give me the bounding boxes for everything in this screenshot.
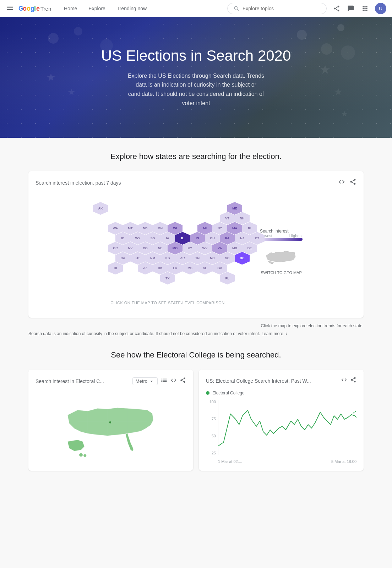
svg-text:★: ★ [320,62,331,76]
nav-home[interactable]: Home [60,6,81,11]
usa-choropleth-map[interactable] [61,395,160,459]
hex-state-il[interactable]: IL [175,232,190,245]
hex-state-nv[interactable]: NV [123,242,138,255]
hex-state-ky[interactable]: KY [183,242,197,255]
list-icon[interactable] [160,377,168,386]
hex-state-dc[interactable]: DC [235,252,250,264]
hex-state-ok[interactable]: OK [153,262,168,274]
hex-state-wv[interactable]: WV [197,242,212,255]
hex-state-nc[interactable]: NC [205,252,220,264]
search-input[interactable] [243,6,314,11]
hex-state-mo[interactable]: MO [168,242,183,255]
hex-state-or[interactable]: OR [108,242,123,255]
hex-state-va[interactable]: VA [212,242,227,255]
switch-geo-label[interactable]: SWITCH TO GEO MAP [261,271,302,275]
embed-map-icon[interactable] [170,377,177,385]
hexmap-card-header: Search interest in election, past 7 days [36,178,356,187]
hex-state-de[interactable]: DE [242,242,257,255]
hex-state-az[interactable]: AZ [138,262,153,274]
line-chart: 100 75 50 25 [206,400,356,464]
share-map-icon[interactable] [349,178,356,187]
hex-state-ca[interactable]: CA [115,252,130,264]
svg-text:l: l [34,5,36,12]
hex-state-ri[interactable]: RI [242,222,257,235]
electoral-map-preview[interactable] [36,391,186,462]
search-icon [233,5,240,12]
user-avatar[interactable]: U [375,3,386,14]
hex-state-ga[interactable]: GA [212,262,227,274]
share-icon[interactable] [332,4,341,13]
svg-text:★: ★ [46,71,56,83]
hex-state-vt[interactable]: VT [220,212,235,225]
hex-state-tx[interactable]: TX [160,272,175,285]
legend-labels: Lowest Highest [260,234,303,238]
svg-point-24 [83,454,86,457]
hex-state-mn[interactable]: MN [153,222,168,235]
legend-title: Search interest [260,229,303,234]
nav-explore[interactable]: Explore [84,6,109,11]
hex-state-me[interactable]: ME [227,202,242,215]
hex-state-la[interactable]: LA [168,262,183,274]
hex-state-wa[interactable]: WA [108,222,123,235]
feedback-icon[interactable] [347,4,355,13]
main-content: Explore how states are searching for the… [0,138,392,491]
hex-map[interactable]: AKMEVTNHWAMTNDMNWIMINYMARIIDWYSDIAILINOH… [89,198,246,298]
hex-state-in[interactable]: IN [190,232,205,245]
nav-trending[interactable]: Trending now [113,6,151,11]
hex-state-nh[interactable]: NH [235,212,250,225]
hex-state-co[interactable]: CO [138,242,153,255]
hex-state-mt[interactable]: MT [123,222,138,235]
embed-icon[interactable] [338,178,345,187]
hex-state-nm[interactable]: NM [145,252,160,264]
hex-state-ak[interactable]: AK [93,202,108,215]
svg-point-8 [74,27,82,36]
electoral-map-header: Search interest in Electoral C... Metro [36,377,186,386]
google-trends-logo[interactable]: G o o g l e Trends [18,4,51,13]
share-line-icon[interactable] [350,377,356,385]
hex-state-al[interactable]: AL [197,262,212,274]
hexmap-card-title: Search interest in election, past 7 days [36,180,121,186]
hex-state-wy[interactable]: WY [130,232,145,245]
hex-state-sd[interactable]: SD [145,232,160,245]
hex-state-ms[interactable]: MS [183,262,197,274]
svg-text:★: ★ [67,87,75,97]
hex-state-nj[interactable]: NJ [235,232,250,245]
geo-map-switch[interactable]: SWITCH TO GEO MAP [261,246,302,275]
hex-state-ks[interactable]: KS [160,252,175,264]
learn-more-link[interactable]: Learn more [261,331,289,336]
hex-state-ne[interactable]: NE [153,242,168,255]
chart-legend-dot [206,391,209,395]
hex-state-wi[interactable]: WI [168,222,183,235]
disclaimer-text: Search data is an indication of curiosit… [28,331,260,336]
hex-state-ma[interactable]: MA [227,222,242,235]
svg-point-7 [48,33,59,44]
hex-state-id[interactable]: ID [115,232,130,245]
electoral-chart-header: US: Electoral College Search Interest, P… [206,377,356,385]
hex-state-nd[interactable]: ND [138,222,153,235]
hex-state-ut[interactable]: UT [130,252,145,264]
hexmap-card-actions [338,178,356,187]
metro-select[interactable]: Metro [132,377,158,385]
hex-state-ar[interactable]: AR [175,252,190,264]
hex-state-pa[interactable]: PA [220,232,235,245]
hex-state-ny[interactable]: NY [212,222,227,235]
svg-text:★: ★ [341,109,348,118]
hexmap-card: Search interest in election, past 7 days… [28,171,364,318]
hex-state-mi[interactable]: MI [197,222,212,235]
hex-state-oh[interactable]: OH [205,232,220,245]
hex-state-md[interactable]: MD [227,242,242,255]
hex-state-hi[interactable]: HI [108,262,123,274]
search-bar[interactable] [227,3,327,14]
hex-state-ia[interactable]: IA [160,232,175,245]
embed-chart-icon[interactable] [341,377,347,385]
menu-icon[interactable] [6,4,14,13]
apps-icon[interactable] [361,4,369,13]
share-chart-icon[interactable] [180,377,186,385]
hero-section: ★ ★ ★ ★ ★ US Elections in Search 2020 Ex… [0,17,392,138]
hero-title: US Elections in Search 2020 [101,47,291,64]
svg-text:o: o [27,5,31,12]
hex-state-fl[interactable]: FL [220,272,235,285]
hex-state-sc[interactable]: SC [220,252,235,264]
svg-text:e: e [36,5,40,12]
hex-state-tn[interactable]: TN [190,252,205,264]
